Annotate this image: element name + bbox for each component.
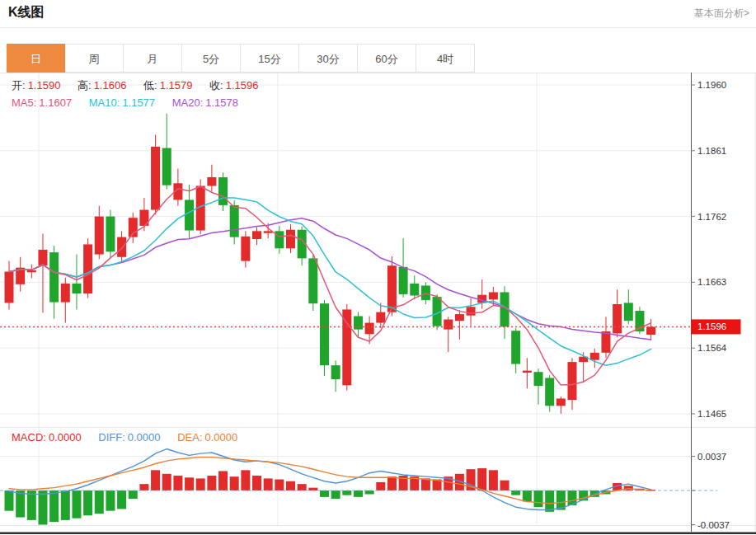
svg-text:1.1960: 1.1960: [697, 80, 726, 90]
svg-text:0.0037: 0.0037: [697, 452, 726, 462]
macd-lines: [9, 449, 651, 510]
macd-legend: MACD:0.0000 DIFF:0.0000 DEA:0.0000: [12, 431, 240, 443]
close-label: 收:: [209, 79, 223, 92]
low-label: 低:: [143, 79, 157, 92]
ma10-value: 1.1577: [122, 96, 155, 109]
interval-tab-bar: 日周月5分15分30分60分4时: [7, 44, 475, 73]
svg-text:1.1663: 1.1663: [697, 277, 726, 287]
tab-5分[interactable]: 5分: [182, 44, 241, 73]
dea-label: DEA:: [177, 431, 202, 443]
ma5-value: 1.1607: [39, 96, 72, 109]
ohlc-legend: 开:1.1590 高:1.1606 低:1.1579 收:1.1596: [12, 78, 261, 93]
macd-label: MACD:: [12, 431, 46, 443]
svg-text:1.1564: 1.1564: [697, 343, 727, 353]
tab-4时[interactable]: 4时: [416, 44, 475, 73]
grid-lines: [0, 73, 691, 525]
ma5-label: MA5:: [12, 96, 36, 109]
open-value: 1.1590: [28, 79, 61, 92]
tab-15分[interactable]: 15分: [241, 44, 299, 73]
ma10-label: MA10:: [89, 96, 120, 109]
dea-value: 0.0000: [205, 431, 238, 443]
tab-60分[interactable]: 60分: [358, 44, 416, 73]
high-value: 1.1606: [94, 79, 127, 92]
current-price-badge: 1.1596: [692, 319, 741, 334]
svg-text:1.1861: 1.1861: [697, 146, 726, 156]
diff-value: 0.0000: [128, 431, 161, 443]
axis-labels: 1.19601.18611.17621.16631.15641.14650.00…: [691, 80, 730, 530]
ma20-label: MA20:: [172, 96, 204, 109]
tab-30分[interactable]: 30分: [299, 44, 358, 73]
svg-text:-0.0037: -0.0037: [697, 520, 730, 530]
close-value: 1.1596: [226, 79, 259, 92]
svg-text:1.1762: 1.1762: [697, 212, 726, 222]
ma20-value: 1.1578: [205, 96, 238, 109]
svg-text:1.1596: 1.1596: [697, 321, 726, 331]
tab-月[interactable]: 月: [124, 44, 182, 73]
svg-text:1.1465: 1.1465: [697, 409, 726, 419]
open-label: 开:: [12, 79, 26, 92]
high-label: 高:: [77, 79, 92, 92]
ma-legend: MA5:1.1607 MA10:1.1577 MA20:1.1578: [12, 96, 241, 109]
tab-日[interactable]: 日: [7, 44, 65, 73]
page-header: K线图 基本面分析>: [0, 0, 756, 28]
macd-value: 0.0000: [49, 431, 82, 443]
low-value: 1.1579: [160, 79, 193, 92]
diff-label: DIFF:: [98, 431, 125, 443]
page-title: K线图: [8, 4, 45, 21]
tab-周[interactable]: 周: [65, 44, 124, 73]
fundamental-analysis-link[interactable]: 基本面分析>: [694, 7, 749, 21]
macd-histogram: [5, 468, 656, 524]
